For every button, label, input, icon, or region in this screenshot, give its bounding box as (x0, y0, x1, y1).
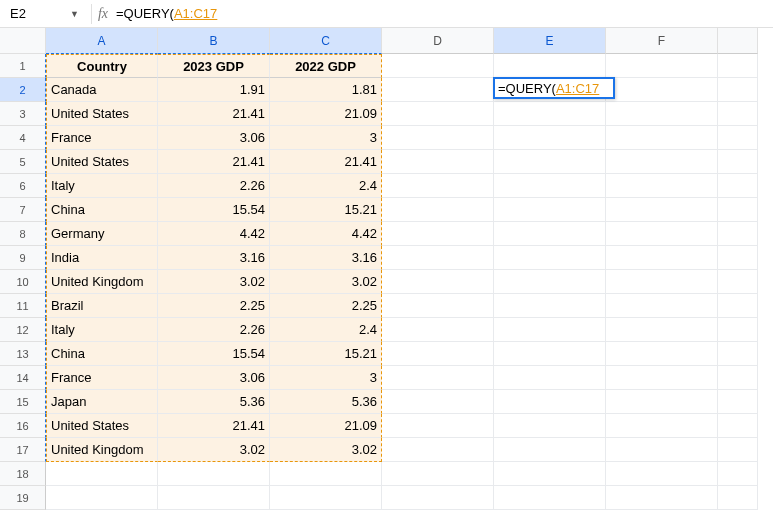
cell-B4[interactable]: 3.06 (158, 126, 270, 150)
cell-partial-10[interactable] (718, 270, 758, 294)
cell-C8[interactable]: 4.42 (270, 222, 382, 246)
cell-E19[interactable] (494, 486, 606, 510)
cell-D14[interactable] (382, 366, 494, 390)
cell-partial-17[interactable] (718, 438, 758, 462)
cell-A8[interactable]: Germany (46, 222, 158, 246)
cell-A14[interactable]: France (46, 366, 158, 390)
cell-F5[interactable] (606, 150, 718, 174)
column-header-partial[interactable] (718, 28, 758, 54)
row-header-7[interactable]: 7 (0, 198, 46, 222)
cell-partial-1[interactable] (718, 54, 758, 78)
cell-D17[interactable] (382, 438, 494, 462)
cell-C3[interactable]: 21.09 (270, 102, 382, 126)
cell-partial-7[interactable] (718, 198, 758, 222)
cell-F16[interactable] (606, 414, 718, 438)
cell-F11[interactable] (606, 294, 718, 318)
cell-E11[interactable] (494, 294, 606, 318)
cell-partial-11[interactable] (718, 294, 758, 318)
cell-B11[interactable]: 2.25 (158, 294, 270, 318)
cell-D5[interactable] (382, 150, 494, 174)
cell-partial-5[interactable] (718, 150, 758, 174)
cell-C6[interactable]: 2.4 (270, 174, 382, 198)
cell-E5[interactable] (494, 150, 606, 174)
cell-C11[interactable]: 2.25 (270, 294, 382, 318)
cell-A15[interactable]: Japan (46, 390, 158, 414)
cell-partial-18[interactable] (718, 462, 758, 486)
cell-A13[interactable]: China (46, 342, 158, 366)
cell-D9[interactable] (382, 246, 494, 270)
cell-F17[interactable] (606, 438, 718, 462)
cell-D7[interactable] (382, 198, 494, 222)
active-cell-editor[interactable]: =QUERY(A1:C17 (493, 77, 615, 99)
cell-B15[interactable]: 5.36 (158, 390, 270, 414)
cell-C18[interactable] (270, 462, 382, 486)
cell-D12[interactable] (382, 318, 494, 342)
cell-partial-6[interactable] (718, 174, 758, 198)
cell-E9[interactable] (494, 246, 606, 270)
cell-F14[interactable] (606, 366, 718, 390)
cell-E6[interactable] (494, 174, 606, 198)
cell-C14[interactable]: 3 (270, 366, 382, 390)
cell-C15[interactable]: 5.36 (270, 390, 382, 414)
row-header-12[interactable]: 12 (0, 318, 46, 342)
cell-C5[interactable]: 21.41 (270, 150, 382, 174)
cell-C16[interactable]: 21.09 (270, 414, 382, 438)
cell-A11[interactable]: Brazil (46, 294, 158, 318)
cell-F4[interactable] (606, 126, 718, 150)
cell-C9[interactable]: 3.16 (270, 246, 382, 270)
cell-D3[interactable] (382, 102, 494, 126)
cell-B14[interactable]: 3.06 (158, 366, 270, 390)
cell-partial-3[interactable] (718, 102, 758, 126)
cell-A10[interactable]: United Kingdom (46, 270, 158, 294)
row-header-8[interactable]: 8 (0, 222, 46, 246)
cell-E1[interactable] (494, 54, 606, 78)
cell-D15[interactable] (382, 390, 494, 414)
cell-B18[interactable] (158, 462, 270, 486)
cell-A1[interactable]: Country (46, 54, 158, 78)
name-box[interactable]: E2 (4, 4, 64, 23)
cell-E7[interactable] (494, 198, 606, 222)
cell-D13[interactable] (382, 342, 494, 366)
cell-B1[interactable]: 2023 GDP (158, 54, 270, 78)
row-header-18[interactable]: 18 (0, 462, 46, 486)
cell-partial-2[interactable] (718, 78, 758, 102)
cell-partial-19[interactable] (718, 486, 758, 510)
cell-D1[interactable] (382, 54, 494, 78)
cell-A7[interactable]: China (46, 198, 158, 222)
row-header-16[interactable]: 16 (0, 414, 46, 438)
cell-C1[interactable]: 2022 GDP (270, 54, 382, 78)
cell-E14[interactable] (494, 366, 606, 390)
cell-F18[interactable] (606, 462, 718, 486)
cell-partial-15[interactable] (718, 390, 758, 414)
cell-E8[interactable] (494, 222, 606, 246)
cell-partial-4[interactable] (718, 126, 758, 150)
cell-C13[interactable]: 15.21 (270, 342, 382, 366)
cell-C10[interactable]: 3.02 (270, 270, 382, 294)
column-header-C[interactable]: C (270, 28, 382, 54)
row-header-17[interactable]: 17 (0, 438, 46, 462)
cell-F9[interactable] (606, 246, 718, 270)
cell-D8[interactable] (382, 222, 494, 246)
cell-E3[interactable] (494, 102, 606, 126)
row-header-3[interactable]: 3 (0, 102, 46, 126)
cell-F7[interactable] (606, 198, 718, 222)
cell-E4[interactable] (494, 126, 606, 150)
cell-D11[interactable] (382, 294, 494, 318)
spreadsheet-grid[interactable]: ABCDEF =QUERY(A1:C17 1Country2023 GDP202… (0, 28, 773, 510)
cell-E18[interactable] (494, 462, 606, 486)
row-header-9[interactable]: 9 (0, 246, 46, 270)
row-header-13[interactable]: 13 (0, 342, 46, 366)
cell-B8[interactable]: 4.42 (158, 222, 270, 246)
cell-F3[interactable] (606, 102, 718, 126)
cell-C12[interactable]: 2.4 (270, 318, 382, 342)
cell-A12[interactable]: Italy (46, 318, 158, 342)
cell-E12[interactable] (494, 318, 606, 342)
cell-D10[interactable] (382, 270, 494, 294)
row-header-15[interactable]: 15 (0, 390, 46, 414)
column-header-F[interactable]: F (606, 28, 718, 54)
cell-F1[interactable] (606, 54, 718, 78)
row-header-11[interactable]: 11 (0, 294, 46, 318)
cell-E15[interactable] (494, 390, 606, 414)
cell-C4[interactable]: 3 (270, 126, 382, 150)
name-box-dropdown-icon[interactable]: ▼ (64, 9, 85, 19)
